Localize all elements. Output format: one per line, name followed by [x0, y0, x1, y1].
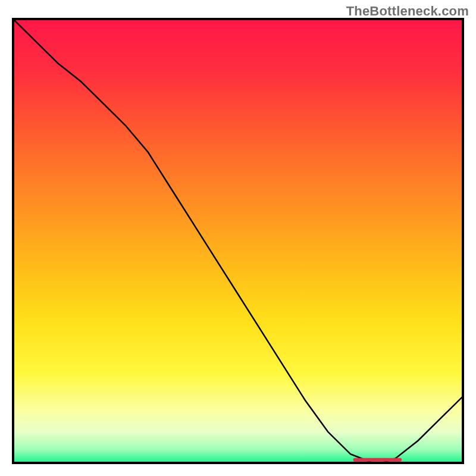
plot-background [13, 19, 463, 463]
chart-container: TheBottleneck.com [0, 0, 476, 476]
chart-svg [0, 0, 476, 476]
watermark-text: TheBottleneck.com [346, 4, 469, 19]
